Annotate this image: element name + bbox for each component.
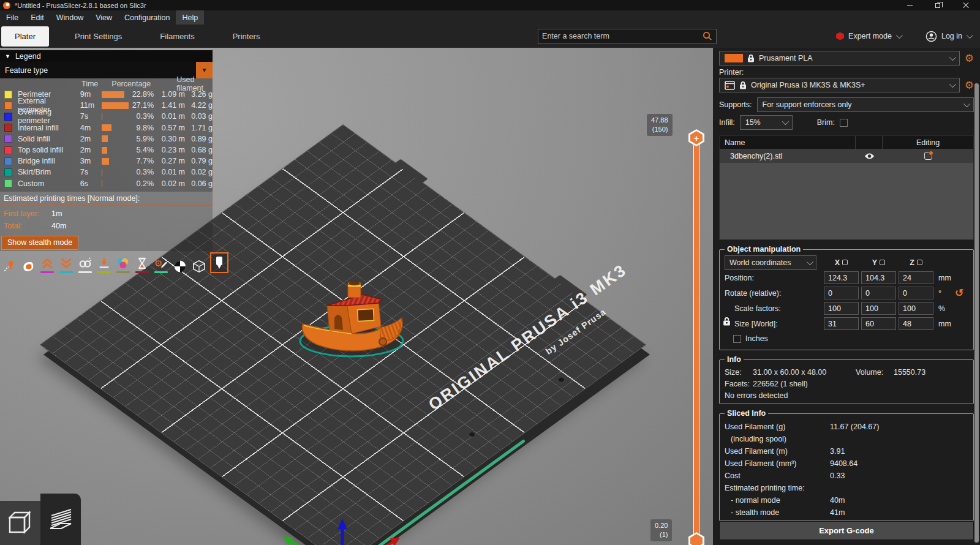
menu-item-help[interactable]: Help (176, 10, 204, 24)
bed-screw-hole (557, 377, 565, 382)
feature-percent-bar (102, 169, 130, 176)
wipe-icon[interactable] (20, 255, 36, 273)
manip-y-input[interactable] (861, 302, 896, 315)
manip-x-input[interactable] (824, 317, 859, 330)
manip-z-input[interactable] (899, 271, 933, 284)
custom-gcodes-icon[interactable]: ⚙ (153, 255, 169, 273)
show-stealth-mode-button[interactable]: Show stealth mode (1, 236, 78, 250)
supports-select[interactable]: For support enforcers only (757, 97, 974, 112)
errors-status: No errors detected (725, 391, 788, 400)
brim-checkbox[interactable] (840, 119, 848, 127)
menu-item-configuration[interactable]: Configuration (118, 10, 176, 24)
tab-print-settings[interactable]: Print Settings (62, 26, 134, 47)
menu-item-file[interactable]: File (0, 10, 24, 24)
viewport-3d[interactable]: ORIGINAL PRUSA i3 MK3 by Josef Prusa (0, 48, 713, 545)
feature-percent: 5.4% (130, 146, 154, 154)
deretractions-icon[interactable] (58, 255, 74, 273)
feature-percent-bar (102, 91, 130, 98)
menu-item-edit[interactable]: Edit (24, 10, 50, 24)
pause-prints-icon[interactable] (134, 255, 150, 273)
center-of-gravity-icon[interactable] (172, 255, 188, 273)
unit-label: ° (936, 289, 951, 298)
shells-icon[interactable] (191, 255, 207, 273)
tool-marker-icon[interactable] (210, 252, 228, 273)
sliced-info-row: Cost0.33 (725, 472, 968, 480)
editor-view-button[interactable] (0, 501, 40, 545)
legend-row[interactable]: Skirt/Brim7s0.3%0.01 m0.02 g (0, 167, 213, 178)
layer-slider-top-handle[interactable]: + (688, 129, 704, 146)
tab-plater[interactable]: Plater (1, 26, 49, 47)
legend-row[interactable]: Solid infill2m5.9%0.30 m0.89 g (0, 133, 213, 145)
right-sidebar: Prusament PLA ⚙ Printer: Original Prusa … (713, 48, 980, 545)
printer-settings-gear-icon[interactable]: ⚙ (965, 80, 974, 91)
reset-rotation-icon[interactable]: ↺ (955, 287, 963, 299)
lock-icon (747, 54, 755, 62)
printer-preset-select[interactable]: Original Prusa i3 MK3S & MK3S+ (719, 78, 960, 92)
feature-label: Solid infill (18, 135, 80, 143)
benchy-model[interactable] (295, 282, 407, 363)
filament-settings-gear-icon[interactable]: ⚙ (965, 53, 974, 64)
feature-weight: 3.26 g (185, 90, 213, 99)
preview-view-button[interactable] (40, 494, 81, 545)
sliced-value: 41m (830, 508, 845, 517)
copy-icon[interactable] (842, 260, 848, 265)
menu-item-view[interactable]: View (89, 10, 118, 24)
close-button[interactable] (952, 0, 980, 10)
restore-button[interactable] (924, 0, 952, 10)
retractions-icon[interactable] (39, 255, 55, 273)
legend-row[interactable]: Top solid infill2m5.4%0.23 m0.68 g (0, 145, 213, 156)
manip-label: Size [World]: (725, 320, 816, 328)
minimize-button[interactable] (895, 0, 924, 10)
expert-mode-icon (836, 32, 844, 40)
mode-selector[interactable]: Expert mode (836, 32, 901, 40)
legend-row[interactable]: Overhang perimeter7s0.3%0.01 m0.03 g (0, 111, 213, 122)
seams-icon[interactable] (77, 255, 93, 273)
legend-row[interactable]: Custom6s0.2%0.02 m0.06 g (0, 178, 213, 189)
sidebar-scrollbar[interactable] (974, 83, 979, 543)
layer-slider-track[interactable] (693, 138, 699, 542)
color-changes-icon[interactable] (115, 255, 131, 273)
menu-item-window[interactable]: Window (50, 10, 89, 24)
tool-changes-icon[interactable] (96, 255, 112, 273)
manip-y-input[interactable] (861, 287, 896, 299)
manip-z-input[interactable] (899, 287, 933, 299)
layer-slider-bottom-handle[interactable] (688, 532, 704, 545)
legend-table-body: Perimeter9m22.8%1.09 m3.26 gExternal per… (0, 89, 213, 189)
legend-header[interactable]: ▼ Legend (0, 50, 213, 62)
filament-preset-select[interactable]: Prusament PLA (719, 51, 960, 66)
feature-time: 7s (80, 112, 102, 121)
search-icon[interactable] (703, 31, 712, 41)
manip-z-input[interactable] (899, 302, 933, 315)
tab-printers[interactable]: Printers (221, 26, 273, 47)
feature-time: 2m (80, 146, 102, 154)
object-manipulation-title: Object manipulation (725, 245, 803, 254)
visibility-toggle[interactable] (856, 152, 883, 160)
manip-z-input[interactable] (899, 317, 933, 330)
feature-percent: 9.8% (130, 124, 154, 132)
copy-icon[interactable] (917, 260, 922, 265)
search-input[interactable] (542, 32, 703, 40)
manip-y-input[interactable] (861, 317, 896, 330)
travels-icon[interactable] (1, 255, 17, 273)
manip-x-input[interactable] (824, 287, 859, 299)
inches-checkbox[interactable] (733, 335, 741, 343)
legend-row[interactable]: Internal infill4m9.8%0.57 m1.71 g (0, 122, 213, 133)
manip-x-input[interactable] (824, 271, 859, 284)
login-button[interactable]: Log in (925, 31, 971, 42)
copy-icon[interactable] (880, 260, 885, 265)
manipulation-row: Position:mm (725, 270, 968, 285)
object-list-row[interactable]: 3dbenchy(2).stl (720, 149, 973, 163)
manip-x-input[interactable] (824, 302, 859, 315)
legend-row[interactable]: Bridge infill3m7.7%0.27 m0.79 g (0, 156, 213, 167)
tab-filaments[interactable]: Filaments (148, 26, 206, 47)
edit-object-button[interactable] (883, 152, 973, 160)
sliced-info-row: Estimated printing time: (725, 484, 968, 492)
search-box[interactable] (538, 29, 717, 44)
manip-y-input[interactable] (861, 271, 896, 284)
export-gcode-button[interactable]: Export G-code (719, 521, 974, 540)
uniform-scale-lock-icon[interactable] (723, 317, 731, 326)
coordinates-select[interactable]: World coordinates (725, 255, 816, 270)
sliced-label: Cost (725, 472, 830, 480)
feature-weight: 0.68 g (185, 146, 213, 154)
infill-select[interactable]: 15% (740, 115, 793, 130)
